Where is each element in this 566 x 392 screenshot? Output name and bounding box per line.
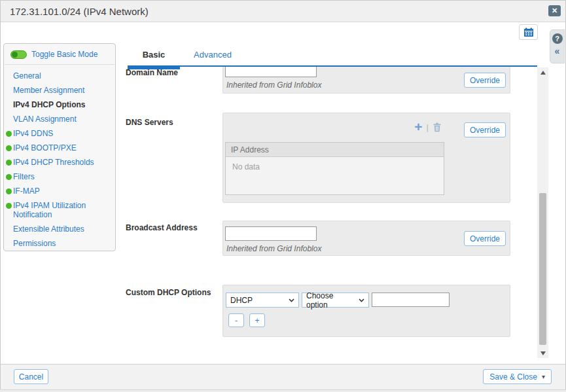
status-bullet-icon [6, 145, 12, 151]
tab-bar: Basic Advanced [128, 45, 537, 67]
ip-address-column-header[interactable]: IP Address [226, 143, 444, 157]
sidebar-item-general[interactable]: General [4, 69, 115, 83]
sidebar-item-ipv4-bootp-pxe[interactable]: IPv4 BOOTP/PXE [4, 141, 115, 155]
delete-icon[interactable] [433, 122, 442, 132]
remove-option-button[interactable]: - [228, 313, 244, 327]
status-bullet-icon [6, 188, 12, 194]
domain-name-override-button[interactable]: Override [464, 73, 506, 88]
domain-name-inherited-note: Inherited from Grid Infoblox [226, 80, 321, 90]
window-bottom-edge [0, 389, 566, 392]
cancel-button[interactable]: Cancel [14, 369, 48, 384]
status-bullet-icon [6, 203, 12, 209]
ipv4-network-dialog: 172.31.101.0/24 (IPv4 Network) ✕ ? « Tog… [0, 0, 566, 392]
scroll-up-icon[interactable] [537, 67, 548, 77]
sidebar-item-filters[interactable]: Filters [4, 169, 115, 184]
toggle-basic-mode[interactable]: Toggle Basic Mode [4, 44, 115, 64]
dns-servers-row: + | Override [222, 113, 510, 203]
domain-name-input[interactable] [225, 67, 317, 77]
form-content: Domain Name Inherited from Grid Infoblox… [128, 68, 537, 358]
close-icon[interactable]: ✕ [548, 5, 561, 16]
sidebar-item-ipv4-dhcp-thresholds[interactable]: IPv4 DHCP Thresholds [4, 155, 115, 169]
help-icon[interactable]: ? [552, 33, 563, 44]
dns-servers-table: IP Address No data [225, 142, 444, 195]
schedule-button[interactable] [519, 24, 538, 40]
sidebar-item-permissions[interactable]: Permissions [4, 236, 115, 251]
broadcast-address-override-button[interactable]: Override [464, 231, 506, 246]
content-scrollbar[interactable] [537, 67, 548, 358]
broadcast-address-row: Inherited from Grid Infoblox Override [222, 221, 510, 256]
collapse-panel-icon[interactable]: « [555, 46, 560, 56]
calendar-icon [523, 27, 534, 37]
dialog-titlebar: 172.31.101.0/24 (IPv4 Network) [1, 1, 565, 22]
dhcp-type-select[interactable]: DHCP [226, 293, 299, 308]
dialog-title: 172.31.101.0/24 (IPv4 Network) [10, 6, 149, 17]
sidebar-nav: General Member Assignment IPv4 DHCP Opti… [4, 65, 115, 251]
toolbar-separator: | [427, 122, 429, 132]
toggle-switch-icon [10, 50, 27, 59]
sidebar-item-extensible-attributes[interactable]: Extensible Attributes [4, 222, 115, 236]
chevron-down-icon [289, 298, 294, 302]
scrollbar-thumb[interactable] [539, 193, 546, 345]
dns-servers-toolbar: + | [414, 121, 442, 133]
scroll-down-icon[interactable] [537, 348, 548, 358]
option-value-input[interactable] [372, 293, 450, 307]
save-close-button[interactable]: Save & Close ▾ [483, 369, 552, 384]
table-empty-message: No data [226, 157, 444, 171]
dns-servers-label: DNS Servers [126, 118, 221, 127]
tab-basic[interactable]: Basic [128, 45, 180, 65]
broadcast-address-label: Broadcast Address [126, 223, 221, 232]
chevron-down-icon [359, 298, 364, 302]
dns-servers-override-button[interactable]: Override [464, 122, 506, 137]
add-icon[interactable]: + [414, 121, 422, 133]
sidebar-item-ipv4-dhcp-options[interactable]: IPv4 DHCP Options [4, 98, 115, 112]
dialog-sidebar: Toggle Basic Mode General Member Assignm… [3, 43, 116, 251]
side-help-panel: ? « [550, 29, 565, 63]
sidebar-item-if-map[interactable]: IF-MAP [4, 184, 115, 198]
broadcast-address-input[interactable] [225, 226, 317, 241]
custom-dhcp-options-row: DHCP Choose option - + [222, 285, 510, 337]
add-option-button[interactable]: + [249, 313, 265, 327]
custom-dhcp-options-label: Custom DHCP Options [126, 288, 221, 297]
sidebar-item-ipam-utilization-notification[interactable]: IPv4 IPAM Utilization Notification [4, 198, 109, 222]
toggle-basic-mode-label: Toggle Basic Mode [31, 50, 97, 59]
sidebar-item-member-assignment[interactable]: Member Assignment [4, 83, 115, 98]
sidebar-item-vlan-assignment[interactable]: VLAN Assignment [4, 112, 115, 126]
sidebar-item-ipv4-ddns[interactable]: IPv4 DDNS [4, 126, 115, 141]
domain-name-label: Domain Name [126, 68, 221, 77]
domain-name-row: Inherited from Grid Infoblox Override [222, 67, 510, 94]
caret-down-icon: ▾ [542, 373, 545, 380]
option-select[interactable]: Choose option [302, 293, 369, 308]
status-bullet-icon [6, 131, 12, 137]
dialog-footer: Cancel Save & Close ▾ [1, 364, 565, 389]
broadcast-address-inherited-note: Inherited from Grid Infoblox [226, 244, 321, 253]
tab-advanced[interactable]: Advanced [186, 45, 239, 65]
status-bullet-icon [6, 160, 12, 166]
status-bullet-icon [6, 174, 12, 180]
